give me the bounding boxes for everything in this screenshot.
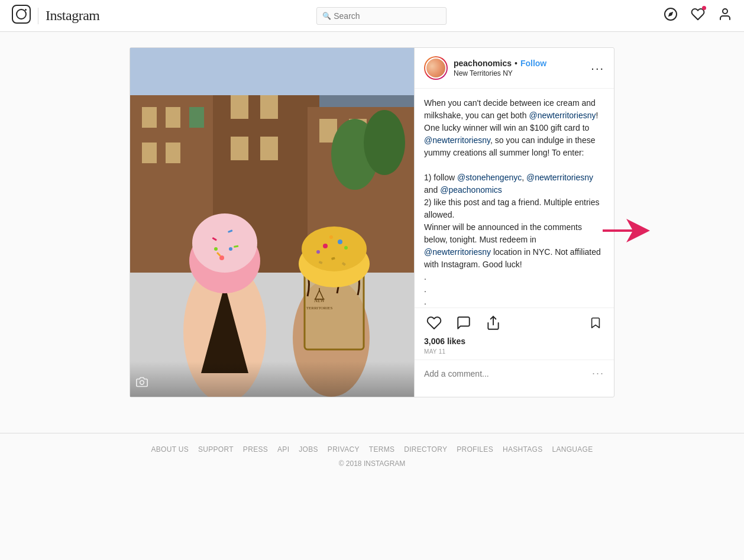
svg-rect-0 (12, 5, 30, 23)
footer-language[interactable]: LANGUAGE (552, 445, 593, 454)
search-icon: 🔍 (322, 12, 331, 20)
post-right-panel: peachonomics • Follow New Territories NY… (414, 48, 614, 397)
svg-marker-4 (668, 11, 673, 16)
footer-terms[interactable]: TERMS (369, 445, 395, 454)
footer-support[interactable]: SUPPORT (198, 445, 234, 454)
post-header-info: peachonomics • Follow New Territories NY (454, 59, 585, 77)
share-button[interactable] (483, 313, 503, 333)
likes-count: 3,006 likes (424, 336, 604, 346)
svg-rect-10 (142, 107, 157, 128)
post-wrapper: NEW TERRITORIES (130, 47, 614, 397)
svg-point-22 (364, 110, 405, 175)
mention-peachonomics[interactable]: @peachonomics (440, 185, 502, 195)
username-row: peachonomics • Follow (454, 59, 585, 68)
footer-links: ABOUT US SUPPORT PRESS API JOBS PRIVACY … (12, 445, 732, 454)
svg-rect-16 (260, 95, 278, 119)
footer-jobs[interactable]: JOBS (299, 445, 318, 454)
post-separator: • (515, 59, 517, 68)
header: Instagram 🔍 (0, 0, 744, 32)
main-content: NEW TERRITORIES (0, 0, 744, 433)
follow-button[interactable]: Follow (520, 59, 546, 68)
svg-point-44 (344, 246, 348, 250)
profile-icon[interactable] (718, 7, 732, 25)
svg-point-34 (229, 247, 232, 251)
comment-button[interactable] (454, 313, 474, 333)
header-divider (38, 8, 38, 24)
footer-api[interactable]: API (277, 445, 289, 454)
svg-point-41 (323, 244, 328, 248)
svg-rect-18 (260, 137, 278, 160)
footer: ABOUT US SUPPORT PRESS API JOBS PRIVACY … (0, 433, 744, 480)
header-left: Instagram (12, 5, 99, 27)
footer-hashtags[interactable]: HASHTAGS (503, 445, 543, 454)
post-image-section: NEW TERRITORIES (130, 48, 414, 397)
post-card: NEW TERRITORIES (130, 47, 614, 397)
svg-rect-15 (231, 95, 248, 119)
post-image-overlay (130, 361, 414, 397)
like-button[interactable] (424, 313, 444, 333)
svg-point-2 (25, 9, 27, 11)
post-actions: 3,006 likes MAY 11 (415, 307, 614, 360)
svg-point-40 (302, 226, 367, 271)
svg-text:TERRITORIES: TERRITORIES (306, 306, 333, 310)
svg-point-33 (219, 255, 224, 260)
header-right (664, 7, 732, 25)
svg-rect-23 (130, 48, 414, 95)
instagram-camera-icon (12, 5, 31, 27)
svg-point-1 (17, 9, 26, 19)
svg-point-53 (140, 381, 144, 385)
svg-rect-12 (189, 107, 204, 128)
post-caption-area[interactable]: When you can't decide between ice cream … (415, 89, 614, 307)
avatar-image (425, 57, 447, 79)
svg-rect-11 (166, 107, 180, 128)
instagram-wordmark: Instagram (46, 8, 99, 24)
svg-point-28 (192, 213, 257, 273)
post-username[interactable]: peachonomics (454, 59, 512, 68)
post-image: NEW TERRITORIES (130, 48, 414, 397)
svg-point-43 (329, 235, 333, 239)
svg-point-35 (214, 247, 218, 251)
footer-press[interactable]: PRESS (243, 445, 268, 454)
footer-profiles[interactable]: PROFILES (457, 445, 493, 454)
post-location: New Territories NY (454, 69, 585, 77)
camera-icon (136, 376, 148, 391)
mention-newterritories[interactable]: @newterritoriesny (529, 111, 596, 120)
save-button[interactable] (587, 313, 604, 333)
notification-dot (702, 6, 706, 10)
add-comment-area: ··· (415, 360, 614, 387)
mention-newterritories2[interactable]: @newterritoriesny (424, 135, 490, 145)
mention-newterritories3[interactable]: @newterritoriesny (526, 173, 593, 182)
search-input[interactable] (316, 7, 447, 25)
svg-point-42 (338, 239, 342, 244)
activity-icon[interactable] (691, 7, 705, 25)
svg-rect-17 (231, 137, 248, 160)
footer-directory[interactable]: DIRECTORY (404, 445, 447, 454)
post-header: peachonomics • Follow New Territories NY… (415, 48, 614, 89)
svg-rect-13 (142, 143, 157, 163)
svg-point-45 (316, 250, 320, 254)
avatar[interactable] (424, 56, 448, 80)
explore-icon[interactable] (664, 7, 678, 25)
footer-copyright: © 2018 INSTAGRAM (12, 459, 732, 468)
search-bar[interactable]: 🔍 (316, 7, 447, 25)
post-more-options[interactable]: ··· (591, 62, 604, 74)
comment-emoji-button[interactable]: ··· (592, 367, 604, 380)
comment-input[interactable] (424, 369, 586, 378)
footer-about[interactable]: ABOUT US (151, 445, 189, 454)
post-caption: When you can't decide between ice cream … (424, 97, 604, 307)
footer-privacy[interactable]: PRIVACY (328, 445, 360, 454)
mention-stonehenge[interactable]: @stonehengenyc (457, 173, 522, 182)
post-date: MAY 11 (424, 348, 604, 355)
action-buttons-row (424, 313, 604, 333)
svg-rect-14 (166, 143, 180, 163)
svg-point-5 (723, 9, 727, 14)
mention-newterritories4[interactable]: @newterritoriesny (424, 247, 491, 257)
